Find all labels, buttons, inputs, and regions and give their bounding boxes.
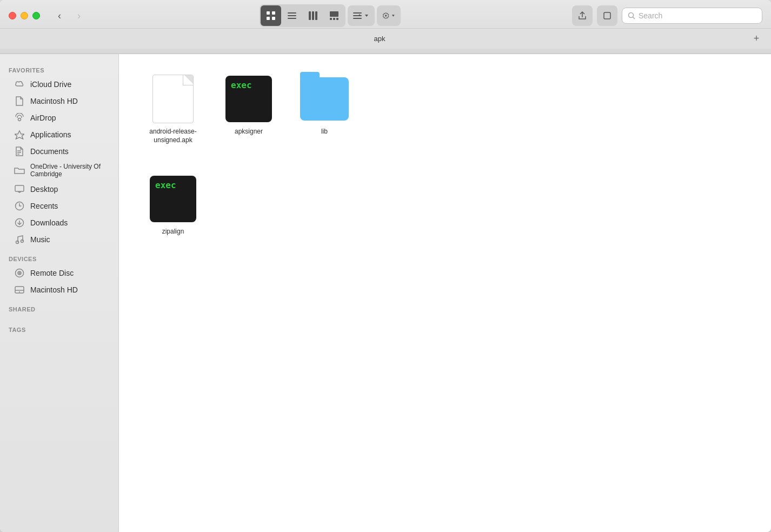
- clock-icon: [14, 201, 25, 211]
- sidebar-item-icloud[interactable]: iCloud Drive: [3, 76, 115, 92]
- sidebar-section-devices: Devices: [0, 248, 118, 264]
- sidebar-item-remote-disc[interactable]: Remote Disc: [3, 265, 115, 281]
- add-tab-button[interactable]: +: [750, 33, 762, 45]
- sidebar-section-tags: Tags: [0, 319, 118, 335]
- sidebar-item-desktop[interactable]: Desktop: [3, 181, 115, 197]
- file-content-area: android-release-unsigned.apk exec apksig…: [119, 54, 771, 532]
- window-title: apk: [9, 35, 750, 43]
- sidebar-label-recents: Recents: [30, 202, 58, 210]
- svg-point-35: [21, 240, 24, 243]
- file-item-lib[interactable]: lib: [292, 70, 357, 149]
- airdrop-icon: [14, 112, 25, 123]
- sidebar: Favorites iCloud Drive: [0, 54, 119, 532]
- svg-point-19: [384, 15, 386, 16]
- file-icon-apksigner: exec: [224, 75, 273, 123]
- icon-view-button[interactable]: [261, 5, 281, 26]
- svg-rect-16: [353, 18, 362, 19]
- sidebar-section-shared: Shared: [0, 298, 118, 315]
- minimize-button[interactable]: [21, 12, 28, 19]
- path-bar: apk +: [0, 28, 771, 49]
- sidebar-item-macintosh-hd[interactable]: Macintosh HD: [3, 282, 115, 298]
- svg-marker-18: [365, 15, 368, 17]
- svg-rect-4: [288, 12, 296, 14]
- svg-rect-10: [330, 11, 338, 17]
- sidebar-section-favorites: Favorites: [0, 59, 118, 76]
- search-bar[interactable]: Search: [622, 8, 762, 24]
- traffic-lights: [9, 12, 40, 19]
- share-button[interactable]: [572, 5, 593, 26]
- sidebar-label-icloud: iCloud Drive: [30, 80, 71, 89]
- sidebar-item-applications[interactable]: Applications: [3, 127, 115, 143]
- file-item-apk[interactable]: android-release-unsigned.apk: [141, 70, 205, 149]
- svg-point-22: [629, 13, 634, 18]
- exec-text-apksigner: exec: [231, 80, 252, 90]
- svg-rect-21: [604, 12, 610, 19]
- file-label-lib: lib: [321, 128, 328, 136]
- sidebar-item-recents[interactable]: Recents: [3, 198, 115, 214]
- disc-icon: [14, 268, 25, 278]
- back-button[interactable]: ‹: [51, 7, 68, 24]
- file-grid: android-release-unsigned.apk exec apksig…: [141, 70, 749, 241]
- apk-document-icon: [152, 75, 194, 123]
- svg-rect-28: [15, 185, 24, 191]
- sidebar-label-desktop: Desktop: [30, 185, 58, 194]
- file-item-apksigner[interactable]: exec apksigner: [216, 70, 281, 149]
- forward-button[interactable]: ›: [70, 7, 88, 24]
- svg-rect-7: [309, 11, 311, 20]
- svg-rect-1: [272, 11, 275, 15]
- sidebar-label-downloads: Downloads: [30, 218, 68, 227]
- column-view-button[interactable]: [303, 5, 323, 26]
- group-by-button[interactable]: [348, 5, 375, 26]
- action-button[interactable]: [377, 5, 401, 26]
- toolbar-center: [96, 4, 563, 27]
- search-icon: [628, 12, 635, 19]
- sidebar-item-macintosh-hd-fav[interactable]: Macintosh HD: [3, 93, 115, 109]
- sidebar-label-remote-disc: Remote Disc: [30, 269, 74, 277]
- sidebar-label-applications: Applications: [30, 130, 71, 139]
- svg-rect-14: [353, 12, 362, 14]
- sidebar-item-airdrop[interactable]: AirDrop: [3, 110, 115, 126]
- desktop-icon: [14, 184, 25, 195]
- svg-point-38: [19, 272, 20, 274]
- folder-icon-lib: [300, 77, 349, 121]
- svg-rect-13: [336, 18, 338, 20]
- sidebar-item-onedrive[interactable]: OneDrive - University Of Cambridge: [3, 160, 115, 181]
- download-icon: [14, 217, 25, 228]
- sidebar-item-music[interactable]: Music: [3, 231, 115, 248]
- nav-buttons: ‹ ›: [51, 7, 88, 24]
- gallery-view-button[interactable]: [324, 5, 344, 26]
- documents-icon: [14, 146, 25, 157]
- file-label-apk: android-release-unsigned.apk: [145, 128, 201, 144]
- tag-button[interactable]: [597, 5, 617, 26]
- toolbar-right: Search: [572, 5, 762, 26]
- hd-icon: [14, 284, 25, 295]
- svg-rect-2: [267, 17, 270, 20]
- applications-icon: [14, 129, 25, 140]
- file-item-zipalign[interactable]: exec zipalign: [141, 170, 205, 241]
- exec-text-zipalign: exec: [155, 180, 176, 190]
- doc-icon: [14, 96, 25, 107]
- list-view-button[interactable]: [282, 5, 302, 26]
- svg-rect-12: [333, 18, 335, 20]
- sidebar-item-downloads[interactable]: Downloads: [3, 215, 115, 231]
- cloud-icon: [14, 79, 25, 90]
- maximize-button[interactable]: [32, 12, 40, 19]
- svg-rect-0: [267, 11, 270, 15]
- sidebar-label-music: Music: [30, 235, 50, 244]
- search-placeholder: Search: [639, 11, 662, 20]
- file-label-apksigner: apksigner: [235, 128, 263, 136]
- svg-rect-8: [312, 11, 314, 20]
- file-label-zipalign: zipalign: [162, 228, 184, 236]
- titlebar: ‹ ›: [0, 0, 771, 54]
- sidebar-label-documents: Documents: [30, 147, 69, 156]
- svg-point-41: [19, 291, 20, 292]
- music-icon: [14, 234, 25, 245]
- svg-rect-5: [288, 15, 296, 16]
- folder-icon-onedrive: [14, 165, 25, 176]
- exec-icon-zipalign: exec: [150, 176, 196, 222]
- sidebar-item-documents[interactable]: Documents: [3, 143, 115, 159]
- view-button-group: [260, 4, 345, 27]
- file-icon-zipalign: exec: [149, 175, 197, 223]
- svg-rect-9: [315, 11, 317, 20]
- close-button[interactable]: [9, 12, 16, 19]
